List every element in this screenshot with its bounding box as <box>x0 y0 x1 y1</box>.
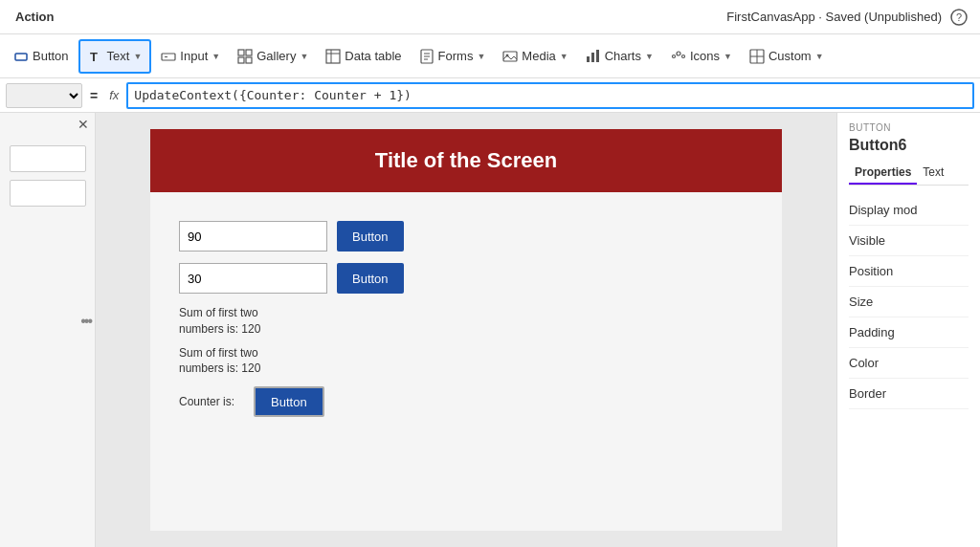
counter-label: Counter is: <box>179 395 234 408</box>
canvas-area: Title of the Screen Button Button Sum of… <box>96 113 836 547</box>
ribbon-custom-btn[interactable]: Custom ▼ <box>742 39 832 74</box>
svg-rect-10 <box>326 50 340 63</box>
charts-dropdown-icon: ▼ <box>645 52 654 61</box>
ribbon-media-btn[interactable]: Media ▼ <box>495 39 575 74</box>
counter-row: Counter is: Button <box>179 386 753 417</box>
media-dropdown-icon: ▼ <box>560 52 568 61</box>
formula-bar: = fx <box>0 78 980 113</box>
svg-rect-6 <box>238 50 244 55</box>
svg-point-24 <box>672 55 675 57</box>
formula-input[interactable] <box>134 88 967 102</box>
main-layout: ✕ ••• Title of the Screen Button Button <box>0 113 980 547</box>
prop-color[interactable]: Color <box>849 348 969 379</box>
input-dropdown-icon: ▼ <box>212 52 220 61</box>
svg-rect-8 <box>238 57 244 63</box>
input-row-1: Button <box>179 221 753 252</box>
custom-dropdown-icon: ▼ <box>815 52 824 61</box>
text-dropdown-icon: ▼ <box>133 52 142 61</box>
right-panel-tabs: Properties Text <box>849 162 969 186</box>
app-title: FirstCanvasApp · Saved (Unpublished) <box>726 10 942 24</box>
svg-point-23 <box>681 55 684 57</box>
svg-rect-19 <box>587 56 590 62</box>
formula-input-container <box>126 82 974 109</box>
canvas-content: Title of the Screen Button Button Sum of… <box>150 129 782 531</box>
ribbon-forms-btn[interactable]: Forms ▼ <box>412 39 494 74</box>
svg-point-22 <box>677 52 680 55</box>
ribbon-input-btn[interactable]: Input ▼ <box>153 39 228 74</box>
sidebar-input-1[interactable] <box>10 145 86 172</box>
svg-rect-9 <box>246 57 252 63</box>
canvas-body: Button Button Sum of first two numbers i… <box>150 192 782 436</box>
svg-text:T: T <box>90 50 98 64</box>
top-bar: Action FirstCanvasApp · Saved (Unpublish… <box>0 0 980 34</box>
right-panel-component-name: Button6 <box>849 137 969 154</box>
canvas-input-1[interactable] <box>179 221 327 252</box>
ribbon-gallery-btn[interactable]: Gallery ▼ <box>230 39 316 74</box>
ribbon-datatable-btn[interactable]: Data table <box>318 39 409 74</box>
sidebar-more-icon[interactable]: ••• <box>80 313 91 330</box>
ribbon-button-btn[interactable]: Button <box>6 39 77 74</box>
prop-border[interactable]: Border <box>849 379 969 409</box>
canvas-title-bar: Title of the Screen <box>150 129 782 192</box>
svg-rect-20 <box>591 53 594 62</box>
canvas-title: Title of the Screen <box>375 148 557 172</box>
ribbon-text-btn[interactable]: T Text ▼ <box>78 39 152 74</box>
ribbon-icons-btn[interactable]: Icons ▼ <box>663 39 740 74</box>
help-icon[interactable]: ? <box>946 4 972 31</box>
ribbon: Button T Text ▼ Input ▼ Gallery ▼ Data t… <box>0 34 980 78</box>
icons-dropdown-icon: ▼ <box>724 52 732 61</box>
fx-button[interactable]: fx <box>105 88 122 102</box>
forms-dropdown-icon: ▼ <box>477 52 485 61</box>
sum-text-2: Sum of first two numbers is: 120 <box>179 345 753 378</box>
action-menu[interactable]: Action <box>8 10 61 24</box>
prop-padding[interactable]: Padding <box>849 317 969 348</box>
input-row-2: Button <box>179 263 753 294</box>
right-panel: BUTTON Button6 Properties Text Display m… <box>836 113 980 547</box>
left-sidebar: ✕ ••• <box>0 113 96 547</box>
gallery-dropdown-icon: ▼ <box>300 52 308 61</box>
canvas-counter-button[interactable]: Button <box>254 386 324 417</box>
canvas-button-1[interactable]: Button <box>337 221 404 252</box>
svg-rect-21 <box>596 50 599 62</box>
formula-dropdown[interactable] <box>6 83 82 108</box>
canvas-button-2[interactable]: Button <box>337 263 404 294</box>
sum-text-1: Sum of first two numbers is: 120 <box>179 305 753 338</box>
svg-rect-17 <box>503 52 517 61</box>
canvas-input-2[interactable] <box>179 263 327 294</box>
prop-size[interactable]: Size <box>849 287 969 317</box>
prop-visible[interactable]: Visible <box>849 226 969 256</box>
svg-text:?: ? <box>956 11 962 23</box>
equals-sign: = <box>86 88 101 103</box>
prop-display-mode[interactable]: Display mod <box>849 195 969 226</box>
right-panel-section-label: BUTTON <box>849 122 969 133</box>
sidebar-input-2[interactable] <box>10 180 86 207</box>
sidebar-close-icon[interactable]: ✕ <box>78 117 89 132</box>
counter-button-wrapper: Button <box>254 386 324 417</box>
ribbon-charts-btn[interactable]: Charts ▼ <box>578 39 661 74</box>
tab-text[interactable]: Text <box>917 162 949 185</box>
svg-rect-4 <box>162 54 175 60</box>
svg-rect-2 <box>15 54 27 60</box>
svg-rect-7 <box>246 50 252 55</box>
tab-properties[interactable]: Properties <box>849 162 917 185</box>
prop-position[interactable]: Position <box>849 256 969 287</box>
